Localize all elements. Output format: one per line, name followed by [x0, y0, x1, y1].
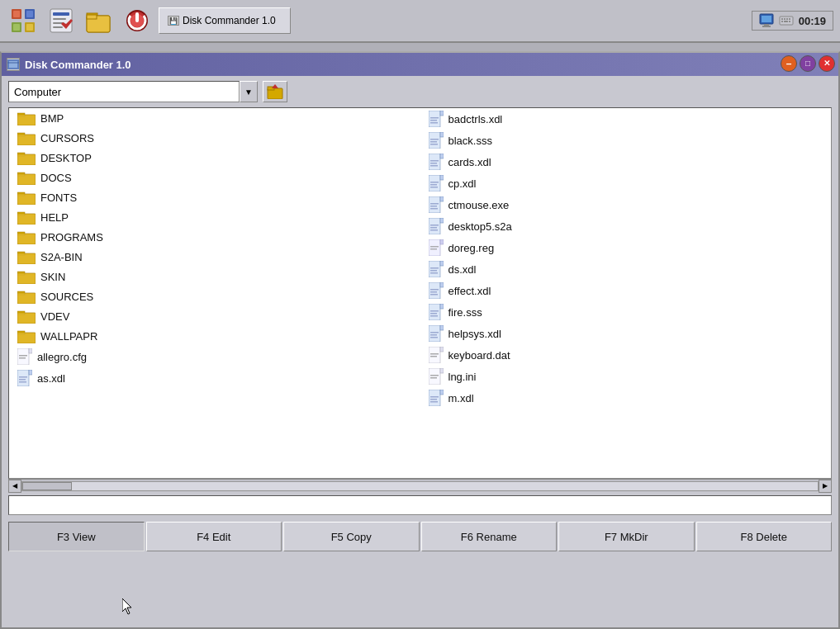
list-item[interactable]: VDEV — [9, 306, 420, 326]
svg-rect-103 — [430, 165, 438, 167]
folder-icon — [17, 329, 36, 343]
svg-rect-59 — [17, 234, 36, 244]
minimize-button[interactable]: – — [781, 55, 797, 72]
file-name: DOCS — [40, 172, 72, 184]
svg-rect-71 — [17, 313, 36, 324]
svg-rect-147 — [440, 325, 444, 330]
file-icon — [429, 282, 444, 299]
list-item[interactable]: lng.ini — [420, 366, 832, 387]
list-item[interactable]: cards.xdl — [420, 151, 832, 173]
svg-rect-143 — [430, 313, 437, 314]
svg-rect-119 — [430, 225, 439, 226]
f4-edit-button[interactable]: F4 Edit — [146, 522, 282, 551]
checklist-icon[interactable] — [45, 4, 78, 37]
list-item[interactable]: DOCS — [9, 168, 420, 187]
svg-rect-107 — [430, 182, 439, 183]
maximize-button[interactable]: □ — [800, 55, 816, 72]
svg-rect-113 — [430, 203, 439, 205]
file-icon — [429, 304, 444, 320]
folder-icon — [17, 229, 36, 244]
file-icon — [429, 325, 444, 342]
file-icon — [429, 196, 444, 213]
list-item[interactable]: badctrls.xdl — [420, 108, 832, 130]
svg-rect-115 — [430, 208, 438, 210]
list-item[interactable]: SOURCES — [9, 286, 420, 306]
folder-taskbar-icon[interactable] — [83, 4, 116, 37]
list-item[interactable]: PROGRAMS — [9, 227, 420, 247]
list-item[interactable]: ds.xdl — [420, 258, 832, 280]
svg-rect-110 — [429, 196, 440, 213]
window-titlebar: Disk Commander 1.0 – □ ✕ — [2, 53, 838, 76]
scroll-track[interactable] — [21, 481, 819, 491]
apps-icon[interactable] — [7, 4, 40, 37]
svg-rect-53 — [17, 194, 36, 205]
file-name: ds.xdl — [448, 263, 477, 276]
f5-copy-button[interactable]: F5 Copy — [283, 522, 420, 551]
folder-icon — [17, 210, 36, 225]
list-item[interactable]: fire.sss — [420, 301, 832, 323]
file-name: DESKTOP — [40, 152, 92, 164]
list-item[interactable]: allegro.cfg — [9, 346, 420, 367]
list-item[interactable]: as.xdl — [9, 367, 420, 389]
scroll-thumb[interactable] — [22, 482, 72, 490]
svg-rect-75 — [17, 348, 29, 365]
file-name: FONTS — [40, 192, 77, 204]
file-icon — [429, 390, 444, 406]
list-item[interactable]: ctmouse.exe — [420, 194, 832, 215]
taskbar: 💾 Disk Commander 1.0 00:19 — [0, 0, 840, 43]
list-item[interactable]: HELP — [9, 207, 420, 227]
list-item[interactable]: doreg.reg — [420, 237, 832, 258]
svg-rect-160 — [430, 377, 437, 379]
dropdown-arrow-icon: ▼ — [244, 87, 253, 97]
file-right-column: badctrls.xdl black.sss cards.xdl cp.xdl — [420, 108, 832, 478]
svg-rect-47 — [17, 154, 36, 165]
file-name: VDEV — [40, 310, 69, 323]
location-dropdown[interactable]: ▼ — [240, 81, 258, 102]
svg-rect-29 — [789, 18, 790, 20]
main-window: Disk Commander 1.0 – □ ✕ Computer ▼ — [0, 51, 840, 629]
list-item[interactable]: FONTS — [9, 187, 420, 207]
svg-rect-91 — [430, 122, 438, 124]
list-item[interactable]: m.xdl — [420, 387, 832, 409]
scroll-left-button[interactable]: ◀ — [8, 480, 21, 493]
file-name: PROGRAMS — [40, 231, 103, 244]
svg-rect-89 — [430, 117, 439, 119]
close-button[interactable]: ✕ — [819, 55, 835, 72]
file-icon — [429, 132, 444, 149]
list-item[interactable]: DESKTOP — [9, 148, 420, 168]
list-item[interactable]: BMP — [9, 108, 420, 128]
list-item[interactable]: helpsys.xdl — [420, 323, 832, 344]
list-item[interactable]: S2A-BIN — [9, 247, 420, 267]
folder-icon — [17, 150, 36, 165]
svg-rect-101 — [430, 160, 439, 162]
svg-rect-133 — [429, 282, 440, 299]
svg-rect-78 — [19, 355, 27, 357]
f3-view-button[interactable]: F3 View — [8, 522, 145, 551]
svg-rect-80 — [17, 370, 29, 386]
list-item[interactable]: cp.xdl — [420, 173, 832, 194]
active-app-button[interactable]: 💾 Disk Commander 1.0 — [159, 7, 291, 34]
power-icon[interactable] — [121, 4, 154, 37]
list-item[interactable]: black.sss — [420, 130, 832, 151]
up-directory-button[interactable] — [263, 81, 287, 102]
file-name: desktop5.s2a — [448, 220, 512, 233]
file-icon — [429, 347, 444, 363]
svg-rect-68 — [17, 293, 36, 304]
list-item[interactable]: SKIN — [9, 267, 420, 286]
f6-rename-button[interactable]: F6 Rename — [421, 522, 558, 551]
svg-rect-116 — [429, 218, 440, 234]
f8-delete-button[interactable]: F8 Delete — [696, 522, 833, 551]
list-item[interactable]: keyboard.dat — [420, 344, 832, 366]
file-name: as.xdl — [37, 372, 65, 385]
list-item[interactable]: desktop5.s2a — [420, 215, 832, 237]
list-item[interactable]: WALLPAPR — [9, 326, 420, 346]
scroll-right-button[interactable]: ▶ — [819, 480, 832, 493]
list-item[interactable]: effect.xdl — [420, 280, 832, 301]
svg-rect-90 — [430, 120, 437, 121]
svg-rect-104 — [429, 175, 440, 192]
f7-mkdir-button[interactable]: F7 MkDir — [558, 522, 695, 551]
keyboard-icon — [779, 13, 794, 28]
clock-area: 00:19 — [752, 11, 833, 31]
list-item[interactable]: CURSORS — [9, 128, 420, 148]
svg-rect-124 — [440, 239, 444, 244]
